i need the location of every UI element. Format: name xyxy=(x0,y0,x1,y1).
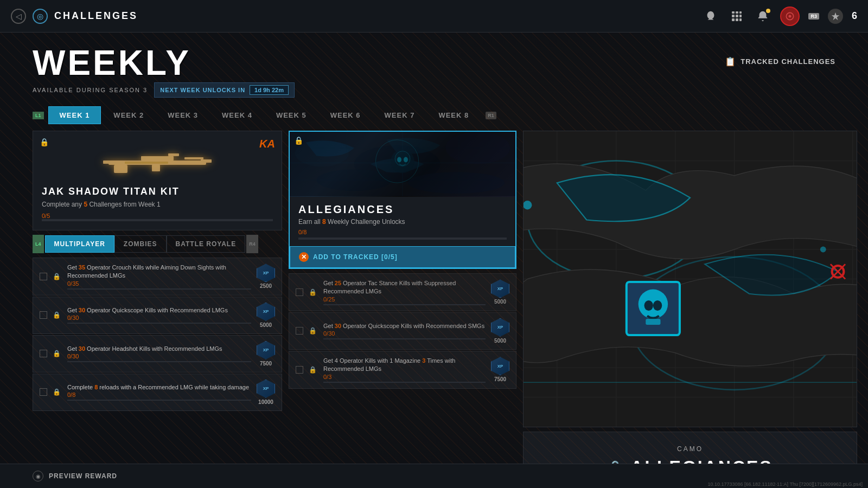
challenge-xp-2: XP 5000 xyxy=(257,303,275,328)
challenge-checkbox-r2[interactable] xyxy=(296,327,303,335)
rank-icon xyxy=(828,9,843,24)
topbar-right: R3 6 xyxy=(702,7,857,26)
reward-card: 🔒 KA xyxy=(33,131,282,230)
notification-dot xyxy=(766,9,770,13)
challenge-progress-r2: 0/30 xyxy=(323,330,486,337)
challenge-checkbox-2[interactable] xyxy=(40,311,47,319)
svg-point-55 xyxy=(820,247,826,253)
back-button[interactable]: ◁ xyxy=(11,9,26,24)
left-column: 🔒 KA xyxy=(33,131,282,488)
challenge-progress-4: 0/8 xyxy=(67,391,251,398)
challenge-xp-r3: XP 7500 xyxy=(491,357,509,382)
challenge-text-r2: Get 30 Operator Quickscope Kills with Re… xyxy=(323,322,486,330)
challenge-checkbox-4[interactable] xyxy=(40,388,47,396)
map-preview xyxy=(523,131,857,427)
challenge-xp-1: XP 2500 xyxy=(257,264,275,289)
allegiances-preview-image: 🔒 xyxy=(290,132,515,197)
allegiances-lock-icon: 🔒 xyxy=(294,136,303,145)
challenge-item-r2: 🔒 Get 30 Operator Quickscope Kills with … xyxy=(289,312,516,350)
tab-week-5[interactable]: WEEK 5 xyxy=(265,106,318,124)
add-to-tracked-button[interactable]: ✕ ADD TO TRACKED [0/5] xyxy=(290,246,515,268)
unlock-badge: NEXT WEEK UNLOCKS IN 1d 9h 22m xyxy=(154,82,295,98)
xp-badge-1: XP xyxy=(257,264,275,282)
svg-rect-10 xyxy=(201,159,212,163)
svg-point-51 xyxy=(653,300,662,311)
challenge-list: 🔒 Get 35 Operator Crouch Kills while Aim… xyxy=(33,258,282,488)
back-circle-icon: ◁ xyxy=(11,9,26,24)
add-tracked-label: ADD TO TRACKED [0/5] xyxy=(313,253,398,261)
challenge-text-r1: Get 25 Operator Tac Stance Kills with Su… xyxy=(323,279,486,296)
grid-icon[interactable] xyxy=(728,8,745,25)
tab-week-2[interactable]: WEEK 2 xyxy=(102,106,155,124)
tracked-x-icon: ✕ xyxy=(299,252,309,262)
svg-point-22 xyxy=(397,157,401,163)
debug-info: 10.10.17733086 [66.182.11182·11:A] Thu [… xyxy=(707,481,863,487)
challenge-item-r3: 🔒 Get 4 Operator Kills with 1 Magazine 3… xyxy=(289,351,516,389)
loadout-icon[interactable] xyxy=(702,8,719,25)
middle-column: 🔒 xyxy=(289,131,516,488)
challenge-progress-r1: 0/25 xyxy=(323,296,486,303)
camo-label: CAMO xyxy=(537,445,844,453)
challenge-xp-3: XP 7500 xyxy=(257,341,275,367)
allegiances-title: ALLEGIANCES xyxy=(298,203,507,216)
svg-rect-52 xyxy=(646,319,660,325)
reward-desc: Complete any 5 Challenges from Week 1 xyxy=(42,201,273,208)
challenge-checkbox-1[interactable] xyxy=(40,273,47,280)
tab-week-6[interactable]: WEEK 6 xyxy=(319,106,372,124)
right-challenge-list: 🔒 Get 25 Operator Tac Stance Kills with … xyxy=(289,273,516,488)
allegiances-body: ALLEGIANCES Earn all 8 Weekly Challenge … xyxy=(290,197,515,246)
next-week-label: NEXT WEEK UNLOCKS IN xyxy=(160,87,245,93)
challenge-progress-3: 0/30 xyxy=(67,353,251,359)
challenge-item: 🔒 Complete 8 reloads with a Recommended … xyxy=(33,374,282,411)
challenge-lock-2: 🔒 xyxy=(53,311,61,319)
challenge-lock-3: 🔒 xyxy=(53,350,61,357)
svg-rect-3 xyxy=(141,156,174,160)
cat-tab-multiplayer[interactable]: MULTIPLAYER xyxy=(45,235,114,253)
svg-point-49 xyxy=(639,290,668,319)
challenge-xp-r1: XP 5000 xyxy=(491,279,509,305)
unlock-time: 1d 9h 22m xyxy=(250,85,289,95)
tab-week-7[interactable]: WEEK 7 xyxy=(373,106,426,124)
l4-badge: L4 xyxy=(33,235,44,253)
svg-rect-7 xyxy=(152,165,160,171)
svg-point-21 xyxy=(395,151,410,166)
challenge-item: 🔒 Get 35 Operator Crouch Kills while Aim… xyxy=(33,258,282,296)
svg-point-50 xyxy=(644,300,653,311)
cat-tab-battle-royale[interactable]: BATTLE ROYALE xyxy=(167,235,246,253)
challenge-xp-r2: XP 5000 xyxy=(491,318,509,344)
tracked-icon: 📋 xyxy=(725,56,736,67)
weapon-image xyxy=(42,140,273,186)
tab-week-4[interactable]: WEEK 4 xyxy=(210,106,264,124)
cat-tab-zombies[interactable]: ZOMBIES xyxy=(114,235,167,253)
challenge-progress-2: 0/30 xyxy=(67,314,251,321)
svg-rect-5 xyxy=(184,157,203,159)
week-tabs: L1 WEEK 1 WEEK 2 WEEK 3 WEEK 4 WEEK 5 WE… xyxy=(0,106,868,124)
tab-week-3[interactable]: WEEK 3 xyxy=(156,106,209,124)
weekly-title: WEEKLY xyxy=(33,46,295,80)
svg-rect-9 xyxy=(103,160,110,164)
tracked-challenges-button[interactable]: 📋 TRACKED CHALLENGES xyxy=(725,56,835,67)
svg-point-1 xyxy=(789,15,792,17)
tab-week-8[interactable]: WEEK 8 xyxy=(427,106,480,124)
challenge-checkbox-r3[interactable] xyxy=(296,366,303,374)
challenge-text-r3: Get 4 Operator Kills with 1 Magazine 3 T… xyxy=(323,357,486,374)
xp-badge-3: XP xyxy=(257,341,275,359)
available-text: AVAILABLE DURING SEASON 3 xyxy=(33,87,148,93)
svg-rect-6 xyxy=(114,165,127,173)
svg-point-23 xyxy=(404,157,408,163)
target-icon[interactable] xyxy=(780,7,800,26)
allegiances-progress: 0/8 xyxy=(298,229,507,235)
challenge-checkbox-r1[interactable] xyxy=(296,288,303,296)
notification-icon[interactable] xyxy=(754,8,771,25)
challenge-text-3: Get 30 Operator Headshot Kills with Reco… xyxy=(67,345,251,353)
challenge-checkbox-3[interactable] xyxy=(40,350,47,357)
tab-week-1[interactable]: WEEK 1 xyxy=(48,106,101,124)
right-column: CAMO 🔒 ALLEGIANCES xyxy=(523,131,857,488)
header-section: WEEKLY AVAILABLE DURING SEASON 3 NEXT WE… xyxy=(0,33,868,106)
xp-badge-r1: XP xyxy=(491,279,509,298)
reward-progress-text: 0/5 xyxy=(42,213,273,219)
preview-reward-button[interactable]: PREVIEW REWARD xyxy=(49,472,117,480)
r4-badge: R4 xyxy=(246,235,258,253)
challenges-icon: ◎ xyxy=(33,9,48,24)
xp-badge-4: XP xyxy=(257,380,275,398)
